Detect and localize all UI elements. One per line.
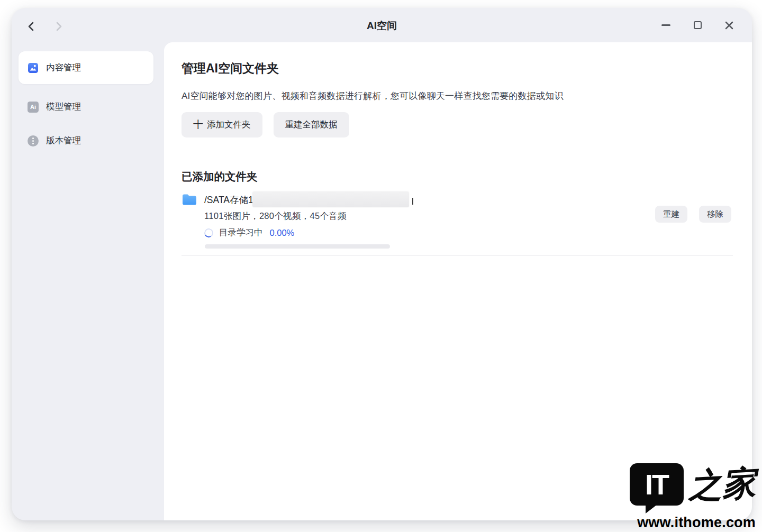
- sidebar-item-content-management[interactable]: 内容管理: [19, 51, 153, 84]
- sidebar-item-version-management[interactable]: 版本管理: [19, 128, 153, 153]
- folder-icon: [182, 194, 197, 206]
- ai-space-window: AI空间: [12, 8, 752, 520]
- progress-percent: 0.00%: [270, 228, 295, 238]
- window-title: AI空间: [12, 8, 752, 42]
- ithome-logo-cn: 之家: [687, 466, 756, 503]
- folder-name-line: /SATA存储1: [204, 191, 643, 208]
- added-folders-title: 已添加的文件夹: [182, 169, 258, 184]
- sidebar-item-label: 模型管理: [46, 101, 81, 113]
- close-button[interactable]: [722, 19, 736, 32]
- folder-status: 目录学习中: [219, 227, 263, 239]
- page-title: 管理AI空间文件夹: [182, 60, 279, 77]
- rebuild-folder-button[interactable]: 重建: [655, 206, 687, 223]
- sidebar: 内容管理 Ai 模型管理 版本管理: [12, 42, 164, 520]
- window-controls: [659, 8, 736, 42]
- folder-stats: 1101张图片，280个视频，45个音频: [204, 210, 347, 222]
- ithome-logo: IT: [630, 463, 684, 506]
- add-folder-button[interactable]: 十 添加文件夹: [182, 112, 262, 137]
- loading-spinner-icon: [203, 227, 214, 239]
- rebuild-all-button[interactable]: 重建全部数据: [274, 112, 349, 137]
- maximize-button[interactable]: [691, 19, 704, 32]
- speech-bubble-tail: [646, 505, 657, 513]
- folder-status-line: 目录学习中 0.00%: [204, 226, 294, 239]
- list-divider: [182, 255, 733, 256]
- titlebar: AI空间: [12, 8, 752, 42]
- content-image-icon: [28, 62, 39, 74]
- maximize-icon: [694, 21, 702, 29]
- minimize-button[interactable]: [659, 19, 673, 32]
- sidebar-item-label: 版本管理: [46, 135, 81, 146]
- folder-info: /SATA存储1 1101张图片，280个视频，45个音频 目录学习中 0.00…: [204, 191, 643, 208]
- ithome-watermark: IT 之家 www.ithome.com: [630, 463, 756, 531]
- close-icon: [724, 20, 734, 31]
- page-description: AI空间能够对您的图片、视频和音频数据进行解析，您可以像聊天一样查找您需要的数据…: [182, 90, 564, 102]
- ithome-logo-text: IT: [645, 470, 668, 499]
- folder-list-item: /SATA存储1 1101张图片，280个视频，45个音频 目录学习中 0.00…: [182, 191, 733, 297]
- desktop-background: AI空间: [0, 0, 762, 532]
- remove-folder-button[interactable]: 移除: [699, 206, 731, 223]
- ithome-url: www.ithome.com: [630, 515, 756, 531]
- toolbar: 十 添加文件夹 重建全部数据: [182, 112, 349, 137]
- minimize-icon: [661, 24, 670, 26]
- folder-actions: 重建 移除: [655, 206, 731, 223]
- version-dots-icon: [28, 135, 39, 146]
- ai-model-icon: Ai: [28, 102, 39, 113]
- progress-bar: [205, 244, 390, 249]
- plus-icon: 十: [193, 120, 203, 130]
- ithome-logo-row: IT 之家: [630, 463, 756, 506]
- sidebar-item-model-management[interactable]: Ai 模型管理: [19, 94, 153, 120]
- main-panel: 管理AI空间文件夹 AI空间能够对您的图片、视频和音频数据进行解析，您可以像聊天…: [164, 42, 752, 520]
- add-folder-label: 添加文件夹: [207, 119, 251, 131]
- sidebar-item-label: 内容管理: [46, 62, 81, 74]
- folder-name: /SATA存储1: [204, 194, 253, 206]
- redacted-folder-name: [252, 191, 409, 207]
